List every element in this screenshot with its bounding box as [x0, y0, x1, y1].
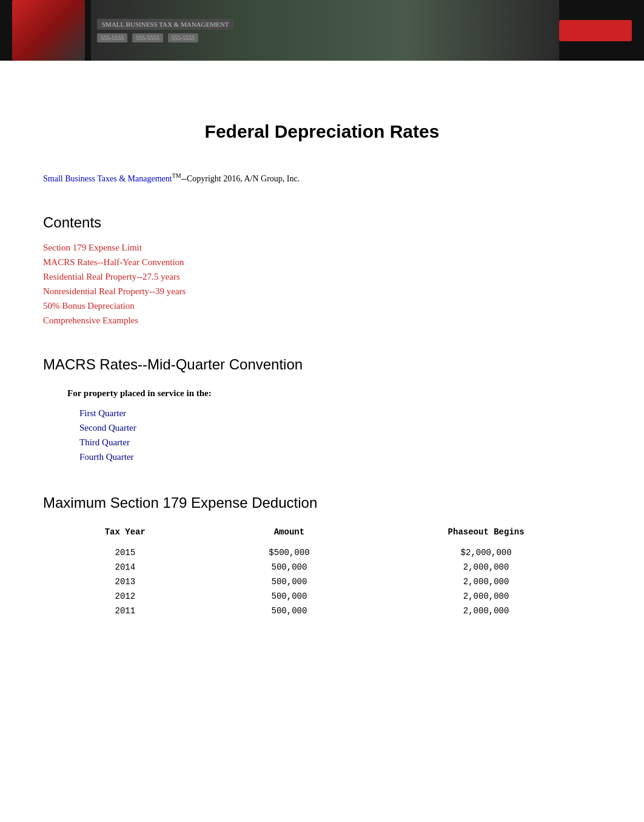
- banner-phone-row: 555-5555 555-5555 555-5555: [97, 33, 553, 42]
- contents-link-resid[interactable]: Residential Real Property--27.5 years: [43, 272, 180, 281]
- copyright-link[interactable]: Small Business Taxes & Management: [43, 174, 172, 183]
- col-header-amount: Amount: [207, 524, 372, 541]
- banner-phone-1: 555-5555: [97, 33, 127, 42]
- cell-phaseout: 2,000,000: [371, 604, 601, 618]
- trademark-sup: TM: [172, 172, 181, 179]
- quarter-link-fourth[interactable]: Fourth Quarter: [79, 450, 601, 464]
- list-item: Comprehensive Examples: [43, 315, 601, 326]
- table-row: 2013 500,000 2,000,000: [43, 574, 601, 589]
- section-179-table: Tax Year Amount Phaseout Begins 2015 $50…: [43, 524, 601, 618]
- sub-heading-property: For property placed in service in the:: [67, 388, 601, 399]
- banner-logo: [12, 0, 85, 61]
- cell-phaseout: 2,000,000: [371, 574, 601, 589]
- cell-amount: 500,000: [207, 560, 372, 574]
- copyright-line: Small Business Taxes & ManagementTM--Cop…: [43, 172, 601, 184]
- copyright-text: --Copyright 2016, A/N Group, Inc.: [181, 174, 300, 183]
- banner-phone-2: 555-5555: [132, 33, 163, 42]
- quarter-link-third[interactable]: Third Quarter: [79, 435, 601, 450]
- contents-link-s179[interactable]: Section 179 Expense Limit: [43, 243, 142, 252]
- cell-phaseout: $2,000,000: [371, 545, 601, 560]
- list-item: Nonresidential Real Property--39 years: [43, 286, 601, 297]
- cell-amount: 500,000: [207, 589, 372, 604]
- macrs-midquarter-heading: MACRS Rates--Mid-Quarter Convention: [43, 356, 601, 373]
- list-item: 50% Bonus Depreciation: [43, 300, 601, 311]
- contents-link-bonus[interactable]: 50% Bonus Depreciation: [43, 301, 135, 311]
- cell-phaseout: 2,000,000: [371, 560, 601, 574]
- banner-middle: SMALL BUSINESS TAX & MANAGEMENT 555-5555…: [91, 0, 559, 61]
- cell-year: 2013: [43, 574, 207, 589]
- section-179: Maximum Section 179 Expense Deduction Ta…: [43, 494, 601, 618]
- cell-year: 2015: [43, 545, 207, 560]
- contents-heading: Contents: [43, 214, 601, 231]
- table-row: 2015 $500,000 $2,000,000: [43, 545, 601, 560]
- banner-phone-label: SMALL BUSINESS TAX & MANAGEMENT: [97, 19, 233, 30]
- cell-year: 2012: [43, 589, 207, 604]
- banner-button[interactable]: [559, 20, 632, 41]
- cell-amount: 500,000: [207, 574, 372, 589]
- contents-link-nonresid[interactable]: Nonresidential Real Property--39 years: [43, 286, 186, 296]
- cell-year: 2011: [43, 604, 207, 618]
- col-header-year: Tax Year: [43, 524, 207, 541]
- quarter-link-first[interactable]: First Quarter: [79, 406, 601, 420]
- cell-amount: 500,000: [207, 604, 372, 618]
- contents-link-macrs-half[interactable]: MACRS Rates--Half-Year Convention: [43, 257, 184, 267]
- banner-phone-3: 555-5555: [168, 33, 198, 42]
- list-item: Section 179 Expense Limit: [43, 242, 601, 253]
- contents-link-examples[interactable]: Comprehensive Examples: [43, 315, 138, 325]
- table-header-row: Tax Year Amount Phaseout Begins: [43, 524, 601, 541]
- quarter-links: First Quarter Second Quarter Third Quart…: [79, 406, 601, 464]
- quarter-link-second[interactable]: Second Quarter: [79, 420, 601, 435]
- header-banner: SMALL BUSINESS TAX & MANAGEMENT 555-5555…: [0, 0, 644, 61]
- cell-amount: $500,000: [207, 545, 372, 560]
- contents-list: Section 179 Expense Limit MACRS Rates--H…: [43, 242, 601, 326]
- cell-phaseout: 2,000,000: [371, 589, 601, 604]
- table-row: 2011 500,000 2,000,000: [43, 604, 601, 618]
- cell-year: 2014: [43, 560, 207, 574]
- list-item: MACRS Rates--Half-Year Convention: [43, 257, 601, 268]
- list-item: Residential Real Property--27.5 years: [43, 271, 601, 282]
- page-title: Federal Depreciation Rates: [43, 121, 601, 142]
- table-row: 2014 500,000 2,000,000: [43, 560, 601, 574]
- col-header-phaseout: Phaseout Begins: [371, 524, 601, 541]
- section-179-heading: Maximum Section 179 Expense Deduction: [43, 494, 601, 511]
- table-row: 2012 500,000 2,000,000: [43, 589, 601, 604]
- page-content: Federal Depreciation Rates Small Busines…: [25, 61, 619, 691]
- table-spacer: [43, 541, 601, 545]
